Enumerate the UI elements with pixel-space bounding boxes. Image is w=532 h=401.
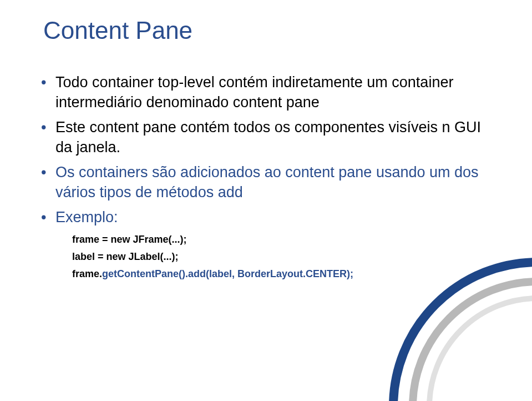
bullet-item-4: Exemplo: frame = new JFrame(...); label … bbox=[39, 207, 493, 282]
bullet-list: Todo container top-level contém indireta… bbox=[39, 72, 493, 282]
code-line-3-prefix: frame. bbox=[72, 268, 102, 279]
svg-point-3 bbox=[429, 298, 532, 401]
code-line-1: frame = new JFrame(...); bbox=[72, 232, 493, 248]
code-line-3: frame.getContentPane().add(label, Border… bbox=[72, 266, 493, 282]
bullet-item-1: Todo container top-level contém indireta… bbox=[39, 72, 493, 113]
svg-point-1 bbox=[393, 262, 532, 401]
svg-point-2 bbox=[413, 282, 532, 401]
slide-title: Content Pane bbox=[43, 17, 493, 44]
example-code-list: frame = new JFrame(...); label = new JLa… bbox=[55, 232, 493, 282]
bullet-item-2: Este content pane contém todos os compon… bbox=[39, 117, 493, 158]
code-line-3-blue: getContentPane().add(label, BorderLayout… bbox=[102, 268, 353, 279]
slide-container: Content Pane Todo container top-level co… bbox=[0, 0, 532, 401]
bullet-item-3: Os containers são adicionados ao content… bbox=[39, 162, 493, 203]
bullet-item-4-text: Exemplo: bbox=[55, 209, 118, 225]
code-line-2: label = new JLabel(...); bbox=[72, 249, 493, 265]
